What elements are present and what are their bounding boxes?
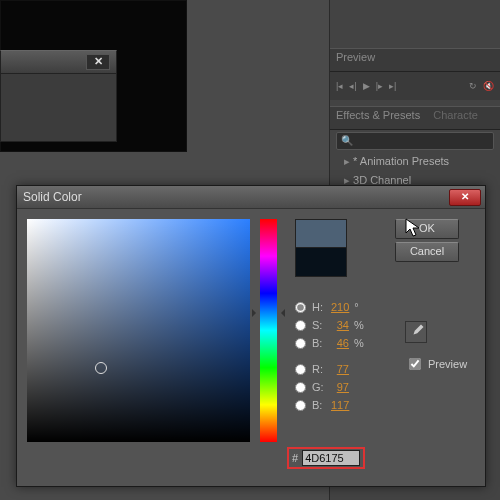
sat-radio[interactable] bbox=[295, 320, 306, 331]
effects-tab[interactable]: Effects & Presets bbox=[336, 109, 420, 121]
effects-search-input[interactable]: 🔍 bbox=[336, 132, 494, 150]
red-label: R: bbox=[312, 363, 328, 375]
red-row: R: 77 bbox=[295, 361, 349, 377]
swatch-old[interactable] bbox=[295, 247, 347, 277]
sat-value[interactable]: 34 bbox=[331, 319, 349, 331]
hex-input[interactable] bbox=[302, 450, 360, 466]
blue-row: B: 117 bbox=[295, 397, 349, 413]
solid-color-dialog: Solid Color ✕ OK Cancel Preview H: 210 °… bbox=[16, 185, 486, 487]
transport-controls: |◂ ◂| ▶ |▸ ▸| ↻ 🔇 bbox=[330, 72, 500, 100]
preview-checkbox-label: Preview bbox=[428, 358, 467, 370]
blue-label: B: bbox=[312, 399, 328, 411]
close-icon[interactable]: ✕ bbox=[86, 54, 110, 70]
hue-label: H: bbox=[312, 301, 328, 313]
prev-frame-icon[interactable]: ◂| bbox=[349, 81, 356, 91]
green-radio[interactable] bbox=[295, 382, 306, 393]
preview-checkbox-input[interactable] bbox=[409, 358, 421, 370]
green-row: G: 97 bbox=[295, 379, 349, 395]
green-value[interactable]: 97 bbox=[331, 381, 349, 393]
floating-panel-titlebar[interactable]: ✕ bbox=[1, 51, 116, 74]
mute-icon[interactable]: 🔇 bbox=[483, 81, 494, 91]
dialog-close-button[interactable]: ✕ bbox=[449, 189, 481, 206]
hex-row: # bbox=[287, 447, 365, 469]
hue-row: H: 210 ° bbox=[295, 299, 359, 315]
red-value[interactable]: 77 bbox=[331, 363, 349, 375]
floating-panel: ✕ bbox=[0, 50, 117, 142]
next-frame-icon[interactable]: |▸ bbox=[376, 81, 383, 91]
sat-label: S: bbox=[312, 319, 328, 331]
bri-label: B: bbox=[312, 337, 328, 349]
bri-radio[interactable] bbox=[295, 338, 306, 349]
hue-radio[interactable] bbox=[295, 302, 306, 313]
hex-hash: # bbox=[292, 452, 298, 464]
bri-row: B: 46 % bbox=[295, 335, 364, 351]
dialog-title: Solid Color bbox=[23, 190, 82, 204]
blue-value[interactable]: 117 bbox=[331, 399, 349, 411]
character-tab[interactable]: Characte bbox=[433, 109, 478, 121]
bri-value[interactable]: 46 bbox=[331, 337, 349, 349]
hue-slider[interactable] bbox=[260, 219, 277, 442]
preview-checkbox[interactable]: Preview bbox=[405, 355, 467, 373]
color-field[interactable] bbox=[27, 219, 250, 442]
first-frame-icon[interactable]: |◂ bbox=[336, 81, 343, 91]
effects-panel-header[interactable]: Effects & Presets Characte bbox=[330, 106, 500, 130]
play-icon[interactable]: ▶ bbox=[363, 81, 370, 91]
swatch-new bbox=[295, 219, 347, 249]
green-label: G: bbox=[312, 381, 328, 393]
red-radio[interactable] bbox=[295, 364, 306, 375]
ok-button[interactable]: OK bbox=[395, 219, 459, 239]
dialog-titlebar[interactable]: Solid Color ✕ bbox=[17, 186, 485, 209]
tree-item-animation-presets[interactable]: * Animation Presets bbox=[330, 152, 500, 171]
blue-radio[interactable] bbox=[295, 400, 306, 411]
sat-row: S: 34 % bbox=[295, 317, 364, 333]
cancel-button[interactable]: Cancel bbox=[395, 242, 459, 262]
eyedropper-icon[interactable] bbox=[405, 321, 427, 343]
last-frame-icon[interactable]: ▸| bbox=[389, 81, 396, 91]
color-picker-cursor[interactable] bbox=[95, 362, 107, 374]
hue-value[interactable]: 210 bbox=[331, 301, 349, 313]
preview-panel-header[interactable]: Preview bbox=[330, 48, 500, 72]
loop-icon[interactable]: ↻ bbox=[469, 81, 477, 91]
